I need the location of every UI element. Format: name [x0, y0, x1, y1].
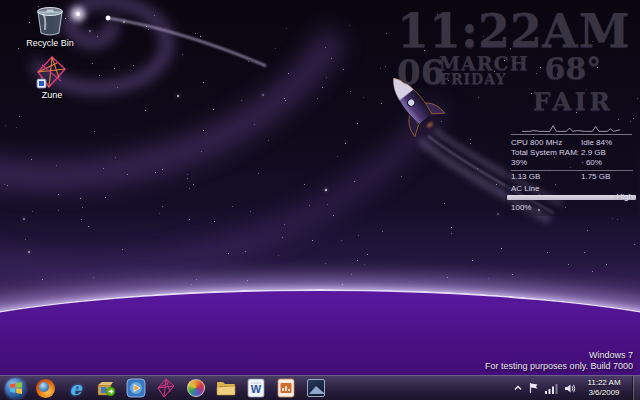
watermark-line2: For testing purposes only. Build 7000	[485, 361, 633, 373]
show-hidden-icons-button[interactable]	[514, 384, 522, 392]
ram-free-pct: · 60%	[581, 158, 633, 167]
taskbar-photo-viewer[interactable]	[305, 378, 326, 399]
powerpoint-icon	[277, 378, 295, 398]
word-icon: W	[247, 378, 265, 398]
firefox-icon	[36, 379, 55, 398]
photo-gallery-icon	[187, 379, 205, 397]
recycle-bin-icon	[33, 5, 67, 37]
taskbar-word[interactable]: W	[245, 378, 266, 399]
taskbar-software-box[interactable]	[95, 378, 116, 399]
ram-total: 2.9 GB	[581, 148, 633, 157]
clock-weather-gadget[interactable]: 11:22 AM 06 MARCH FRIDAY 68° FAIR	[393, 10, 635, 120]
divider	[511, 170, 633, 171]
system-monitor-gadget[interactable]: CPU 800 MHz Idle 84% Total System RAM: 2…	[505, 121, 638, 216]
taskbar-windows-explorer[interactable]	[215, 378, 236, 399]
taskbar-photo-gallery[interactable]	[185, 378, 206, 399]
ram-gb-row: 1.13 GB 1.75 GB	[511, 172, 633, 181]
taskbar-windows-media-player[interactable]	[125, 378, 146, 399]
build-watermark: Windows 7 For testing purposes only. Bui…	[485, 350, 633, 373]
gadget-time: 11:22	[397, 4, 542, 58]
gadget-condition: FAIR	[533, 89, 613, 114]
desktop-icon-label: Zune	[42, 91, 63, 100]
action-center-flag-icon[interactable]	[528, 382, 539, 394]
taskbar-buttons: e	[0, 376, 326, 400]
windows-logo-icon	[5, 378, 26, 399]
ram-label: Total System RAM:	[511, 148, 579, 157]
tray-date: 3/6/2009	[582, 388, 626, 398]
taskbar-firefox[interactable]	[35, 378, 56, 399]
cpu-sparkline	[511, 124, 632, 135]
start-button[interactable]	[5, 378, 26, 399]
power-label: AC Line	[511, 184, 633, 193]
zune-taskbar-icon	[156, 378, 176, 398]
taskbar: e	[0, 375, 640, 400]
gadget-temperature: 68°	[533, 54, 613, 84]
internet-explorer-icon: e	[69, 379, 81, 398]
taskbar-internet-explorer[interactable]: e	[65, 378, 86, 399]
desktop-icon-label: Recycle Bin	[26, 39, 74, 48]
power-bar: High	[507, 195, 636, 201]
gadget-meridiem: AM	[542, 4, 631, 58]
power-level: High	[617, 192, 633, 201]
zune-icon	[35, 55, 69, 89]
taskbar-powerpoint[interactable]	[275, 378, 296, 399]
ram-free: 1.75 GB	[581, 172, 633, 181]
folder-icon	[216, 378, 236, 398]
system-tray: 11:22 AM 3/6/2009	[514, 376, 640, 400]
desktop: Recycle Bin Zune 11:22 AM 06 MARCH FRIDA…	[0, 0, 640, 400]
show-desktop-button[interactable]	[632, 376, 640, 400]
gadget-weekday: FRIDAY	[440, 72, 506, 86]
photo-viewer-icon	[307, 379, 325, 397]
desktop-icon-zune[interactable]: Zune	[16, 55, 88, 100]
ram-used: 1.13 GB	[511, 172, 540, 181]
media-player-icon	[126, 378, 146, 398]
ram-row: Total System RAM: 2.9 GB	[511, 148, 633, 157]
cpu-label: CPU 800 MHz	[511, 138, 562, 147]
tray-clock[interactable]: 11:22 AM 3/6/2009	[582, 378, 626, 398]
ram-used-pct: 39%	[511, 158, 527, 167]
volume-icon[interactable]	[564, 383, 576, 394]
svg-text:W: W	[250, 383, 261, 395]
tray-time: 11:22 AM	[582, 378, 626, 388]
cpu-idle: Idle 84%	[581, 138, 633, 147]
watermark-line1: Windows 7	[485, 350, 633, 362]
network-icon[interactable]	[545, 383, 558, 394]
power-pct: 100%	[511, 203, 633, 212]
taskbar-zune[interactable]	[155, 378, 176, 399]
cpu-row: CPU 800 MHz Idle 84%	[511, 138, 633, 147]
desktop-icon-recycle-bin[interactable]: Recycle Bin	[14, 5, 86, 48]
ram-pct-row: 39% · 60%	[511, 158, 633, 167]
software-box-icon	[96, 378, 116, 398]
gadget-weather: 68° FAIR	[533, 54, 613, 114]
gadget-day: 06	[397, 52, 444, 92]
